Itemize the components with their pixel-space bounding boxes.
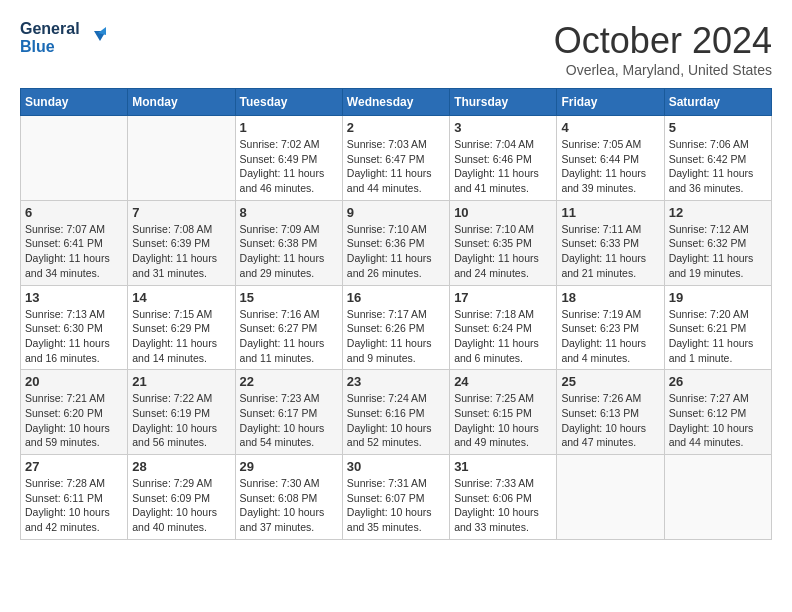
day-info: Sunrise: 7:07 AM Sunset: 6:41 PM Dayligh… bbox=[25, 222, 123, 281]
day-info: Sunrise: 7:19 AM Sunset: 6:23 PM Dayligh… bbox=[561, 307, 659, 366]
day-number: 28 bbox=[132, 459, 230, 474]
calendar-cell: 19Sunrise: 7:20 AM Sunset: 6:21 PM Dayli… bbox=[664, 285, 771, 370]
day-number: 2 bbox=[347, 120, 445, 135]
calendar-cell: 3Sunrise: 7:04 AM Sunset: 6:46 PM Daylig… bbox=[450, 116, 557, 201]
calendar-table: SundayMondayTuesdayWednesdayThursdayFrid… bbox=[20, 88, 772, 540]
calendar-cell: 5Sunrise: 7:06 AM Sunset: 6:42 PM Daylig… bbox=[664, 116, 771, 201]
calendar-cell: 13Sunrise: 7:13 AM Sunset: 6:30 PM Dayli… bbox=[21, 285, 128, 370]
weekday-header-monday: Monday bbox=[128, 89, 235, 116]
day-number: 8 bbox=[240, 205, 338, 220]
calendar-cell: 24Sunrise: 7:25 AM Sunset: 6:15 PM Dayli… bbox=[450, 370, 557, 455]
calendar-cell: 31Sunrise: 7:33 AM Sunset: 6:06 PM Dayli… bbox=[450, 455, 557, 540]
calendar-cell bbox=[664, 455, 771, 540]
day-number: 1 bbox=[240, 120, 338, 135]
calendar-cell bbox=[128, 116, 235, 201]
calendar-cell: 11Sunrise: 7:11 AM Sunset: 6:33 PM Dayli… bbox=[557, 200, 664, 285]
day-number: 14 bbox=[132, 290, 230, 305]
day-number: 18 bbox=[561, 290, 659, 305]
calendar-cell: 4Sunrise: 7:05 AM Sunset: 6:44 PM Daylig… bbox=[557, 116, 664, 201]
day-info: Sunrise: 7:31 AM Sunset: 6:07 PM Dayligh… bbox=[347, 476, 445, 535]
day-number: 3 bbox=[454, 120, 552, 135]
day-info: Sunrise: 7:05 AM Sunset: 6:44 PM Dayligh… bbox=[561, 137, 659, 196]
day-info: Sunrise: 7:11 AM Sunset: 6:33 PM Dayligh… bbox=[561, 222, 659, 281]
day-info: Sunrise: 7:27 AM Sunset: 6:12 PM Dayligh… bbox=[669, 391, 767, 450]
day-number: 12 bbox=[669, 205, 767, 220]
day-info: Sunrise: 7:18 AM Sunset: 6:24 PM Dayligh… bbox=[454, 307, 552, 366]
day-number: 6 bbox=[25, 205, 123, 220]
calendar-cell: 22Sunrise: 7:23 AM Sunset: 6:17 PM Dayli… bbox=[235, 370, 342, 455]
day-number: 13 bbox=[25, 290, 123, 305]
day-info: Sunrise: 7:13 AM Sunset: 6:30 PM Dayligh… bbox=[25, 307, 123, 366]
weekday-header-tuesday: Tuesday bbox=[235, 89, 342, 116]
day-number: 11 bbox=[561, 205, 659, 220]
day-number: 15 bbox=[240, 290, 338, 305]
calendar-cell: 18Sunrise: 7:19 AM Sunset: 6:23 PM Dayli… bbox=[557, 285, 664, 370]
calendar-cell bbox=[21, 116, 128, 201]
day-info: Sunrise: 7:09 AM Sunset: 6:38 PM Dayligh… bbox=[240, 222, 338, 281]
logo-text-general: General bbox=[20, 20, 80, 38]
logo-text-blue: Blue bbox=[20, 38, 80, 56]
day-number: 26 bbox=[669, 374, 767, 389]
day-info: Sunrise: 7:22 AM Sunset: 6:19 PM Dayligh… bbox=[132, 391, 230, 450]
day-info: Sunrise: 7:20 AM Sunset: 6:21 PM Dayligh… bbox=[669, 307, 767, 366]
day-info: Sunrise: 7:29 AM Sunset: 6:09 PM Dayligh… bbox=[132, 476, 230, 535]
day-number: 27 bbox=[25, 459, 123, 474]
day-info: Sunrise: 7:04 AM Sunset: 6:46 PM Dayligh… bbox=[454, 137, 552, 196]
day-number: 24 bbox=[454, 374, 552, 389]
calendar-cell: 10Sunrise: 7:10 AM Sunset: 6:35 PM Dayli… bbox=[450, 200, 557, 285]
day-number: 22 bbox=[240, 374, 338, 389]
calendar-cell: 21Sunrise: 7:22 AM Sunset: 6:19 PM Dayli… bbox=[128, 370, 235, 455]
calendar-cell: 26Sunrise: 7:27 AM Sunset: 6:12 PM Dayli… bbox=[664, 370, 771, 455]
day-number: 19 bbox=[669, 290, 767, 305]
day-number: 7 bbox=[132, 205, 230, 220]
day-info: Sunrise: 7:06 AM Sunset: 6:42 PM Dayligh… bbox=[669, 137, 767, 196]
calendar-cell: 28Sunrise: 7:29 AM Sunset: 6:09 PM Dayli… bbox=[128, 455, 235, 540]
day-info: Sunrise: 7:26 AM Sunset: 6:13 PM Dayligh… bbox=[561, 391, 659, 450]
day-number: 23 bbox=[347, 374, 445, 389]
day-number: 21 bbox=[132, 374, 230, 389]
calendar-cell: 29Sunrise: 7:30 AM Sunset: 6:08 PM Dayli… bbox=[235, 455, 342, 540]
weekday-header-wednesday: Wednesday bbox=[342, 89, 449, 116]
day-number: 20 bbox=[25, 374, 123, 389]
day-info: Sunrise: 7:10 AM Sunset: 6:36 PM Dayligh… bbox=[347, 222, 445, 281]
calendar-cell: 8Sunrise: 7:09 AM Sunset: 6:38 PM Daylig… bbox=[235, 200, 342, 285]
logo: General Blue bbox=[20, 20, 106, 55]
day-number: 25 bbox=[561, 374, 659, 389]
day-info: Sunrise: 7:30 AM Sunset: 6:08 PM Dayligh… bbox=[240, 476, 338, 535]
day-number: 4 bbox=[561, 120, 659, 135]
day-number: 9 bbox=[347, 205, 445, 220]
calendar-cell: 17Sunrise: 7:18 AM Sunset: 6:24 PM Dayli… bbox=[450, 285, 557, 370]
calendar-cell: 14Sunrise: 7:15 AM Sunset: 6:29 PM Dayli… bbox=[128, 285, 235, 370]
day-info: Sunrise: 7:28 AM Sunset: 6:11 PM Dayligh… bbox=[25, 476, 123, 535]
day-number: 5 bbox=[669, 120, 767, 135]
day-info: Sunrise: 7:10 AM Sunset: 6:35 PM Dayligh… bbox=[454, 222, 552, 281]
weekday-header-sunday: Sunday bbox=[21, 89, 128, 116]
day-info: Sunrise: 7:17 AM Sunset: 6:26 PM Dayligh… bbox=[347, 307, 445, 366]
day-info: Sunrise: 7:24 AM Sunset: 6:16 PM Dayligh… bbox=[347, 391, 445, 450]
page-header: General Blue October 2024 Overlea, Maryl… bbox=[20, 20, 772, 78]
calendar-cell: 15Sunrise: 7:16 AM Sunset: 6:27 PM Dayli… bbox=[235, 285, 342, 370]
calendar-cell: 23Sunrise: 7:24 AM Sunset: 6:16 PM Dayli… bbox=[342, 370, 449, 455]
calendar-cell: 16Sunrise: 7:17 AM Sunset: 6:26 PM Dayli… bbox=[342, 285, 449, 370]
logo-bird-icon bbox=[84, 27, 106, 49]
weekday-header-saturday: Saturday bbox=[664, 89, 771, 116]
weekday-header-thursday: Thursday bbox=[450, 89, 557, 116]
day-info: Sunrise: 7:08 AM Sunset: 6:39 PM Dayligh… bbox=[132, 222, 230, 281]
day-number: 17 bbox=[454, 290, 552, 305]
day-info: Sunrise: 7:16 AM Sunset: 6:27 PM Dayligh… bbox=[240, 307, 338, 366]
calendar-cell: 9Sunrise: 7:10 AM Sunset: 6:36 PM Daylig… bbox=[342, 200, 449, 285]
day-info: Sunrise: 7:25 AM Sunset: 6:15 PM Dayligh… bbox=[454, 391, 552, 450]
calendar-cell: 12Sunrise: 7:12 AM Sunset: 6:32 PM Dayli… bbox=[664, 200, 771, 285]
day-info: Sunrise: 7:21 AM Sunset: 6:20 PM Dayligh… bbox=[25, 391, 123, 450]
calendar-cell: 6Sunrise: 7:07 AM Sunset: 6:41 PM Daylig… bbox=[21, 200, 128, 285]
calendar-cell: 25Sunrise: 7:26 AM Sunset: 6:13 PM Dayli… bbox=[557, 370, 664, 455]
calendar-cell: 30Sunrise: 7:31 AM Sunset: 6:07 PM Dayli… bbox=[342, 455, 449, 540]
day-info: Sunrise: 7:23 AM Sunset: 6:17 PM Dayligh… bbox=[240, 391, 338, 450]
day-info: Sunrise: 7:15 AM Sunset: 6:29 PM Dayligh… bbox=[132, 307, 230, 366]
day-info: Sunrise: 7:12 AM Sunset: 6:32 PM Dayligh… bbox=[669, 222, 767, 281]
calendar-cell bbox=[557, 455, 664, 540]
calendar-cell: 1Sunrise: 7:02 AM Sunset: 6:49 PM Daylig… bbox=[235, 116, 342, 201]
month-title: October 2024 bbox=[554, 20, 772, 62]
day-number: 16 bbox=[347, 290, 445, 305]
day-number: 29 bbox=[240, 459, 338, 474]
